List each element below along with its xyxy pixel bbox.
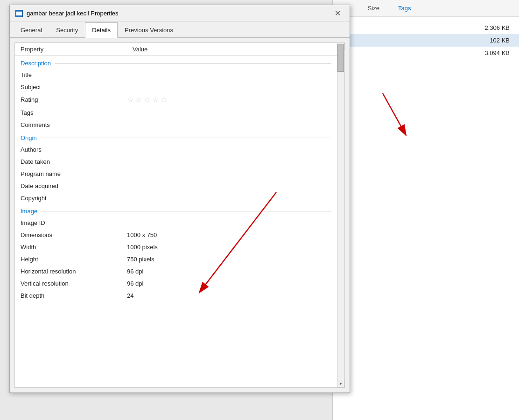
svg-rect-1 <box>16 12 22 15</box>
prop-name-date-taken: Date taken <box>21 158 127 165</box>
row-dimensions[interactable]: Dimensions 1000 x 750 <box>21 229 331 241</box>
prop-name-program-name: Program name <box>21 170 127 177</box>
file-size-2: 102 KB <box>490 37 510 44</box>
star-rating[interactable]: ☆ ☆ ☆ ☆ ☆ <box>127 95 331 104</box>
row-authors[interactable]: Authors <box>21 143 331 155</box>
svg-rect-3 <box>17 13 19 14</box>
star-5[interactable]: ☆ <box>161 95 167 104</box>
row-program-name[interactable]: Program name <box>21 168 331 180</box>
file-row-3[interactable]: 3.094 KB <box>333 47 519 59</box>
section-description-line <box>55 63 331 63</box>
background-panel: Size Tags 2.306 KB 102 KB 3.094 KB <box>332 0 519 420</box>
prop-name-date-acquired: Date acquired <box>21 182 127 189</box>
prop-value-height[interactable]: 750 pixels <box>127 256 331 263</box>
prop-value-bit-depth[interactable]: 24 <box>127 292 331 299</box>
svg-rect-2 <box>17 12 21 15</box>
prop-value-width[interactable]: 1000 pixels <box>127 244 331 251</box>
row-vertical-resolution[interactable]: Vertical resolution 96 dpi <box>21 277 331 289</box>
row-copyright[interactable]: Copyright <box>21 192 331 204</box>
section-description-label: Description <box>21 60 51 67</box>
tab-bar: General Security Details Previous Versio… <box>10 22 350 38</box>
star-4[interactable]: ☆ <box>152 95 159 104</box>
prop-value-vertical-resolution[interactable]: 96 dpi <box>127 280 331 287</box>
row-image-id[interactable]: Image ID <box>21 217 331 229</box>
row-title[interactable]: Title <box>21 69 331 81</box>
file-row-2[interactable]: 102 KB <box>333 34 519 47</box>
prop-name-copyright: Copyright <box>21 195 127 202</box>
table-body: Description Title Subject Rating ☆ ☆ ☆ <box>15 56 344 301</box>
section-description-header: Description <box>21 56 331 69</box>
prop-name-bit-depth: Bit depth <box>21 292 127 299</box>
row-height[interactable]: Height 750 pixels <box>21 253 331 265</box>
star-2[interactable]: ☆ <box>135 95 142 104</box>
value-column-header: Value <box>133 46 331 53</box>
row-bit-depth[interactable]: Bit depth 24 <box>21 289 331 301</box>
section-image-header: Image <box>21 204 331 217</box>
prop-value-rating[interactable]: ☆ ☆ ☆ ☆ ☆ <box>127 95 331 104</box>
file-row-1[interactable]: 2.306 KB <box>333 21 519 34</box>
scroll-down-button[interactable]: ▼ <box>337 380 344 387</box>
prop-name-width: Width <box>21 244 127 251</box>
prop-name-comments: Comments <box>21 121 127 128</box>
prop-name-rating: Rating <box>21 96 127 103</box>
prop-name-title: Title <box>21 71 127 78</box>
prop-name-horizontal-resolution: Horizontal resolution <box>21 268 127 275</box>
scrollbar-track[interactable]: ▲ ▼ <box>337 43 344 387</box>
tab-general[interactable]: General <box>14 22 49 38</box>
section-origin-line <box>41 138 331 138</box>
star-1[interactable]: ☆ <box>127 95 133 104</box>
section-image-label: Image <box>21 208 37 215</box>
file-size-3: 3.094 KB <box>485 49 510 56</box>
panel-header: Size Tags <box>333 0 519 17</box>
close-button[interactable]: ✕ <box>331 7 344 20</box>
titlebar-left: gambar besar jadi kecil Properties <box>15 10 119 17</box>
file-size-1: 2.306 KB <box>485 24 510 31</box>
dialog-title: gambar besar jadi kecil Properties <box>27 10 119 17</box>
app-icon <box>15 10 23 17</box>
prop-value-horizontal-resolution[interactable]: 96 dpi <box>127 268 331 275</box>
tab-security[interactable]: Security <box>49 22 85 38</box>
row-horizontal-resolution[interactable]: Horizontal resolution 96 dpi <box>21 265 331 277</box>
titlebar: gambar besar jadi kecil Properties ✕ <box>10 5 350 22</box>
prop-name-subject: Subject <box>21 84 127 91</box>
star-3[interactable]: ☆ <box>144 95 150 104</box>
row-rating[interactable]: Rating ☆ ☆ ☆ ☆ ☆ <box>21 93 331 106</box>
tab-previous-versions[interactable]: Previous Versions <box>118 22 180 38</box>
prop-name-tags: Tags <box>21 109 127 116</box>
row-subject[interactable]: Subject <box>21 81 331 93</box>
table-header: Property Value <box>15 43 344 56</box>
tags-column-header: Tags <box>389 0 420 16</box>
prop-name-authors: Authors <box>21 146 127 153</box>
scrollbar-thumb[interactable] <box>337 44 344 72</box>
section-origin-label: Origin <box>21 134 37 141</box>
section-image-line <box>41 211 331 211</box>
prop-name-height: Height <box>21 256 127 263</box>
content-area: ▲ ▼ Property Value Description Title Sub… <box>14 42 345 388</box>
section-origin-header: Origin <box>21 131 331 143</box>
row-date-acquired[interactable]: Date acquired <box>21 180 331 192</box>
row-width[interactable]: Width 1000 pixels <box>21 241 331 253</box>
prop-name-dimensions: Dimensions <box>21 231 127 238</box>
prop-name-image-id: Image ID <box>21 219 127 226</box>
prop-value-dimensions[interactable]: 1000 x 750 <box>127 231 331 238</box>
file-list: 2.306 KB 102 KB 3.094 KB <box>333 21 519 59</box>
row-date-taken[interactable]: Date taken <box>21 155 331 168</box>
properties-dialog: gambar besar jadi kecil Properties ✕ Gen… <box>9 5 350 393</box>
property-column-header: Property <box>21 46 133 53</box>
row-comments[interactable]: Comments <box>21 119 331 131</box>
tab-details[interactable]: Details <box>85 22 118 38</box>
svg-rect-0 <box>16 11 22 16</box>
prop-name-vertical-resolution: Vertical resolution <box>21 280 127 287</box>
row-tags[interactable]: Tags <box>21 106 331 119</box>
